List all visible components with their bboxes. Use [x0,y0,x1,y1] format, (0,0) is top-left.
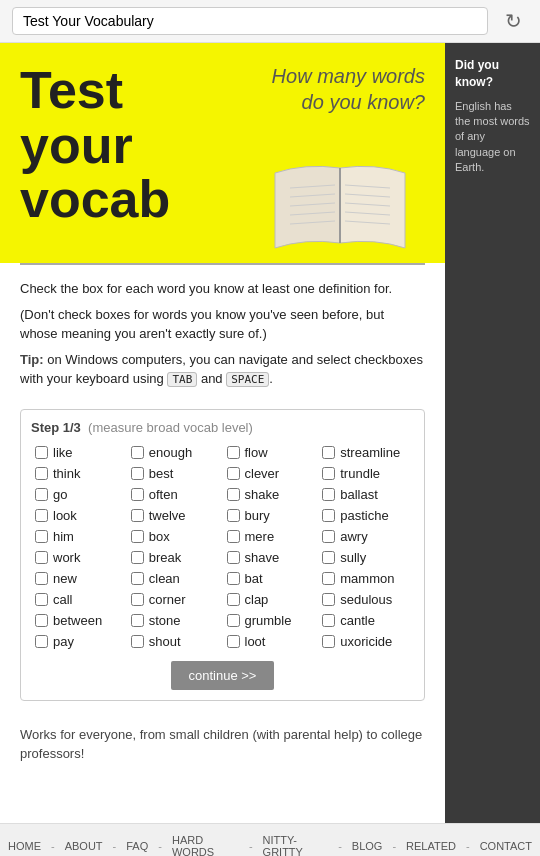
word-checkbox[interactable] [35,467,48,480]
word-checkbox[interactable] [35,551,48,564]
word-checkbox[interactable] [131,467,144,480]
word-item: mammon [318,569,414,588]
word-label: grumble [245,613,292,628]
tab-key: TAB [167,372,197,387]
word-label: stone [149,613,181,628]
nav-item-about[interactable]: ABOUT [57,840,111,852]
word-item: corner [127,590,223,609]
word-checkbox[interactable] [322,446,335,459]
nav-separator: - [336,840,344,852]
word-checkbox[interactable] [227,446,240,459]
word-checkbox[interactable] [131,614,144,627]
continue-wrap: continue >> [31,661,414,690]
word-label: sedulous [340,592,392,607]
word-checkbox[interactable] [131,635,144,648]
word-item: trundle [318,464,414,483]
word-item: cantle [318,611,414,630]
word-item: break [127,548,223,567]
word-checkbox[interactable] [131,572,144,585]
word-checkbox[interactable] [227,467,240,480]
nav-item-contact[interactable]: CONTACT [472,840,540,852]
word-label: pastiche [340,508,388,523]
word-item: ballast [318,485,414,504]
tip-line: Tip: on Windows computers, you can navig… [20,350,425,389]
word-item: like [31,443,127,462]
word-checkbox[interactable] [322,593,335,606]
word-item: think [31,464,127,483]
word-checkbox[interactable] [322,467,335,480]
word-item: go [31,485,127,504]
nav-item-hard-words[interactable]: HARD WORDS [164,834,247,856]
nav-item-nitty-gritty[interactable]: NITTY-GRITTY [255,834,337,856]
word-label: shout [149,634,181,649]
word-checkbox[interactable] [35,593,48,606]
word-checkbox[interactable] [131,551,144,564]
main-layout: Testyourvocab How many words do you know… [0,43,540,823]
sidebar-question: Did you know? [455,57,530,91]
word-label: best [149,466,174,481]
word-checkbox[interactable] [227,635,240,648]
word-checkbox[interactable] [322,488,335,501]
nav-item-related[interactable]: RELATED [398,840,464,852]
sidebar-text: English has the most words of any langua… [455,99,530,176]
nav-separator: - [464,840,472,852]
word-item: clean [127,569,223,588]
word-item: new [31,569,127,588]
continue-button[interactable]: continue >> [171,661,275,690]
word-checkbox[interactable] [227,593,240,606]
word-grid: likeenoughflowstreamlinethinkbestclevert… [31,443,414,651]
nav-separator: - [49,840,57,852]
word-label: mammon [340,571,394,586]
word-checkbox[interactable] [35,530,48,543]
word-item: clever [223,464,319,483]
word-checkbox[interactable] [131,446,144,459]
word-checkbox[interactable] [35,572,48,585]
word-item: between [31,611,127,630]
nav-separator: - [111,840,119,852]
word-label: trundle [340,466,380,481]
word-checkbox[interactable] [227,509,240,522]
word-checkbox[interactable] [322,551,335,564]
word-item: flow [223,443,319,462]
word-checkbox[interactable] [131,509,144,522]
word-checkbox[interactable] [322,635,335,648]
word-checkbox[interactable] [35,446,48,459]
word-checkbox[interactable] [227,488,240,501]
word-checkbox[interactable] [227,572,240,585]
word-item: clap [223,590,319,609]
word-checkbox[interactable] [322,572,335,585]
step-number: Step 1/3 [31,420,81,435]
word-checkbox[interactable] [227,530,240,543]
nav-item-faq[interactable]: FAQ [118,840,156,852]
content-area: Testyourvocab How many words do you know… [0,43,445,823]
word-checkbox[interactable] [131,530,144,543]
reload-icon[interactable]: ↻ [498,6,528,36]
nav-separator: - [247,840,255,852]
nav-item-home[interactable]: HOME [0,840,49,852]
nav-item-blog[interactable]: BLOG [344,840,391,852]
word-checkbox[interactable] [322,614,335,627]
word-checkbox[interactable] [322,530,335,543]
word-label: often [149,487,178,502]
word-checkbox[interactable] [131,488,144,501]
word-checkbox[interactable] [227,551,240,564]
word-label: mere [245,529,275,544]
word-label: bat [245,571,263,586]
instruction-line2: (Don't check boxes for words you know yo… [20,305,425,344]
word-checkbox[interactable] [35,509,48,522]
nav-separator: - [390,840,398,852]
word-item: pay [31,632,127,651]
word-label: work [53,550,80,565]
footer-note: Works for everyone, from small children … [0,711,445,778]
word-checkbox[interactable] [35,635,48,648]
word-checkbox[interactable] [35,614,48,627]
word-item: him [31,527,127,546]
word-label: shake [245,487,280,502]
word-checkbox[interactable] [35,488,48,501]
search-input[interactable]: Test Your Vocabulary [12,7,488,35]
word-label: sully [340,550,366,565]
word-checkbox[interactable] [322,509,335,522]
word-item: streamline [318,443,414,462]
word-checkbox[interactable] [227,614,240,627]
word-checkbox[interactable] [131,593,144,606]
